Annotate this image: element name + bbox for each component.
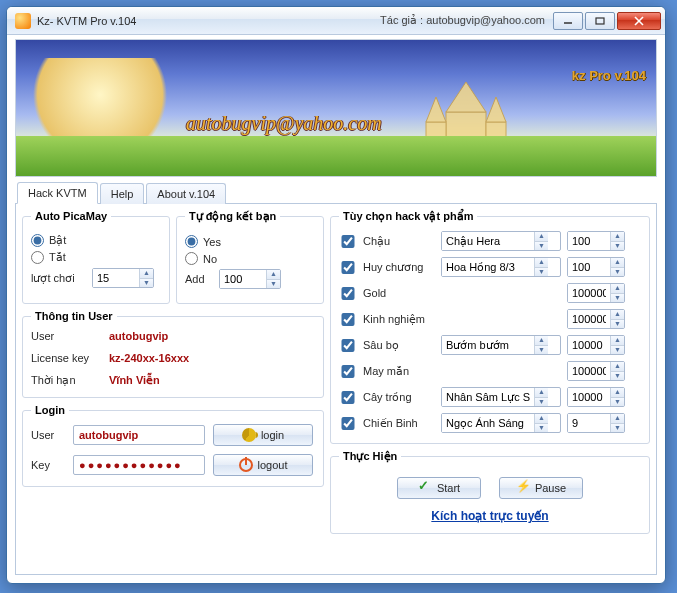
item-amount-spinner[interactable]: ▲▼ [567,335,625,355]
titlebar: Kz- KVTM Pro v.104 Tác giả : autobugvip@… [7,7,665,35]
window-controls [551,12,661,30]
login-user-input[interactable] [73,425,205,445]
item-select[interactable]: ▲▼ [441,413,561,433]
item-checkbox[interactable] [339,261,357,274]
maximize-button[interactable] [585,12,615,30]
item-checkbox[interactable] [339,339,357,352]
chevron-down-icon[interactable]: ▼ [611,345,624,355]
chevron-up-icon[interactable]: ▲ [611,414,624,423]
item-label: Chiến Binh [363,417,435,430]
chevron-up-icon[interactable]: ▲ [535,336,548,345]
item-amount-input[interactable] [568,414,610,432]
user-info-legend: Thông tin User [31,310,117,322]
chevron-up-icon[interactable]: ▲ [535,258,548,267]
chevron-up-icon[interactable]: ▲ [611,258,624,267]
item-checkbox[interactable] [339,235,357,248]
item-amount-input[interactable] [568,258,610,276]
item-amount-spinner[interactable]: ▲▼ [567,387,625,407]
login-key-input[interactable]: ●●●●●●●●●●●● [73,455,205,475]
item-amount-spinner[interactable]: ▲▼ [567,361,625,381]
friend-yes-radio[interactable]: Yes [185,235,221,248]
item-select-input[interactable] [442,336,534,354]
close-icon [633,16,645,26]
item-amount-spinner[interactable]: ▲▼ [567,283,625,303]
chevron-up-icon[interactable]: ▲ [611,232,624,241]
item-amount-spinner[interactable]: ▲▼ [567,309,625,329]
chevron-up-icon[interactable]: ▲ [611,310,624,319]
logout-button[interactable]: logout [213,454,313,476]
item-amount-input[interactable] [568,232,610,250]
friend-add-input[interactable] [220,270,266,288]
chevron-down-icon[interactable]: ▼ [611,267,624,277]
item-amount-spinner[interactable]: ▲▼ [567,231,625,251]
chevron-up-icon[interactable]: ▲ [611,336,624,345]
execute-legend: Thực Hiện [339,450,401,463]
item-select[interactable]: ▲▼ [441,335,561,355]
close-button[interactable] [617,12,661,30]
chevron-down-icon[interactable]: ▼ [611,319,624,329]
chevron-down-icon[interactable]: ▼ [535,345,548,355]
tab-hack-kvtm[interactable]: Hack KVTM [17,182,98,204]
banner-ground [16,136,656,176]
item-checkbox[interactable] [339,287,357,300]
chevron-up-icon[interactable]: ▲ [611,284,624,293]
chevron-down-icon[interactable]: ▼ [535,423,548,433]
chevron-up-icon[interactable]: ▲ [535,414,548,423]
item-amount-input[interactable] [568,336,610,354]
tab-about[interactable]: About v.104 [146,183,226,204]
tab-help[interactable]: Help [100,183,145,204]
item-checkbox[interactable] [339,391,357,404]
play-count-input[interactable] [93,269,139,287]
friend-no-radio[interactable]: No [185,252,217,265]
svg-marker-7 [446,82,486,112]
minimize-button[interactable] [553,12,583,30]
chevron-down-icon[interactable]: ▼ [611,397,624,407]
item-amount-input[interactable] [568,362,610,380]
item-select-input[interactable] [442,414,534,432]
chevron-down-icon[interactable]: ▼ [267,279,280,289]
login-legend: Login [31,404,69,416]
chevron-down-icon[interactable]: ▼ [535,241,548,251]
start-button[interactable]: Start [397,477,481,499]
activate-link[interactable]: Kích hoạt trực tuyến [431,509,548,523]
chevron-down-icon[interactable]: ▼ [611,423,624,433]
picamay-on-radio[interactable]: Bật [31,234,66,247]
login-button[interactable]: login [213,424,313,446]
chevron-down-icon[interactable]: ▼ [611,241,624,251]
chevron-down-icon[interactable]: ▼ [535,267,548,277]
item-select[interactable]: ▲▼ [441,231,561,251]
item-select[interactable]: ▲▼ [441,257,561,277]
user-value: autobugvip [109,330,315,342]
chevron-up-icon[interactable]: ▲ [611,388,624,397]
user-info-group: Thông tin User User autobugvip License k… [22,310,324,398]
chevron-down-icon[interactable]: ▼ [611,371,624,381]
chevron-down-icon[interactable]: ▼ [611,293,624,303]
item-amount-input[interactable] [568,284,610,302]
chevron-up-icon[interactable]: ▲ [535,232,548,241]
right-column: Tùy chọn hack vật phẩm Chậu▲▼▲▼Huy chươn… [330,210,650,568]
item-amount-input[interactable] [568,310,610,328]
item-select-input[interactable] [442,388,534,406]
item-checkbox[interactable] [339,417,357,430]
pause-button[interactable]: Pause [499,477,583,499]
item-checkbox[interactable] [339,365,357,378]
license-label: License key [31,352,109,364]
item-select-input[interactable] [442,258,534,276]
item-amount-spinner[interactable]: ▲▼ [567,413,625,433]
item-select[interactable]: ▲▼ [441,387,561,407]
chevron-up-icon[interactable]: ▲ [611,362,624,371]
chevron-up-icon[interactable]: ▲ [140,269,153,278]
chevron-down-icon[interactable]: ▼ [140,278,153,288]
picamay-off-radio[interactable]: Tắt [31,251,66,264]
item-amount-spinner[interactable]: ▲▼ [567,257,625,277]
chevron-up-icon[interactable]: ▲ [535,388,548,397]
play-count-spinner[interactable]: ▲▼ [92,268,154,288]
power-icon [239,458,253,472]
item-amount-input[interactable] [568,388,610,406]
item-select-input[interactable] [442,232,534,250]
chevron-down-icon[interactable]: ▼ [535,397,548,407]
friend-add-spinner[interactable]: ▲▼ [219,269,281,289]
chevron-up-icon[interactable]: ▲ [267,270,280,279]
item-checkbox[interactable] [339,313,357,326]
logout-button-label: logout [258,459,288,471]
